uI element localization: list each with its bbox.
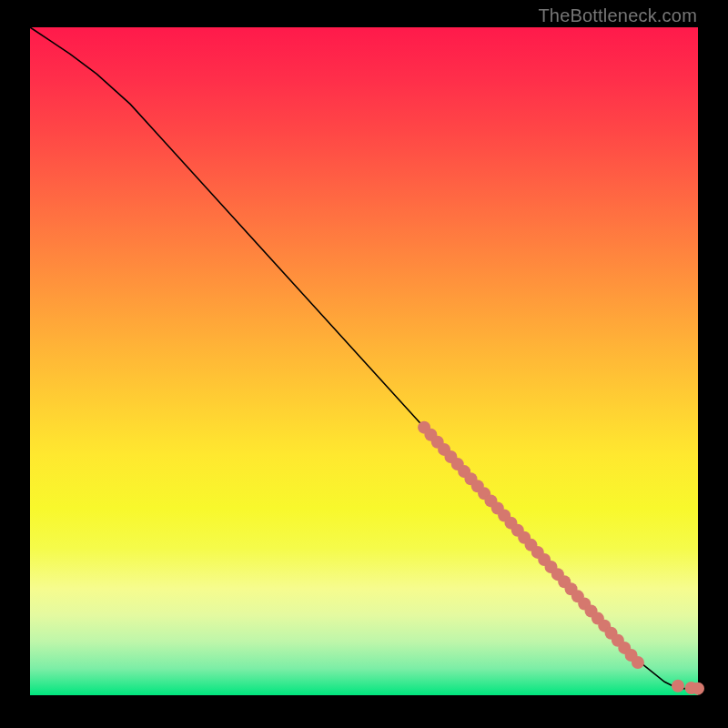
attribution-text: TheBottleneck.com: [538, 5, 697, 26]
data-point: [692, 682, 704, 695]
plot-area: [30, 27, 698, 695]
chart-svg: [30, 27, 698, 695]
data-point: [672, 680, 684, 693]
data-points-group: [418, 421, 704, 695]
chart-stage: TheBottleneck.com: [0, 0, 728, 728]
data-point: [632, 656, 644, 669]
bottleneck-curve: [30, 27, 698, 689]
